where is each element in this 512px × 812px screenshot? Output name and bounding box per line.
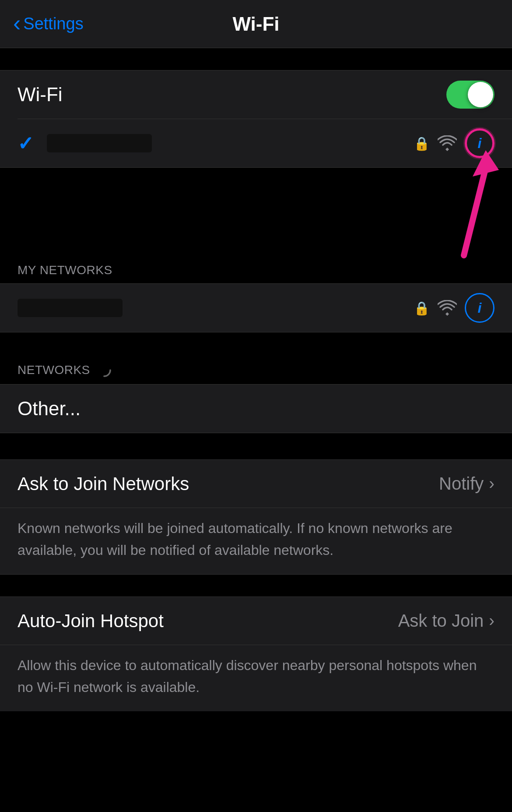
wifi-label: Wi-Fi	[18, 84, 63, 106]
arrow-annotation	[0, 168, 512, 255]
my-network-info-button[interactable]: i	[465, 293, 494, 323]
loading-spinner: @keyframes spin { from{transform:rotate(…	[96, 362, 112, 378]
middle-spacer	[0, 332, 512, 354]
my-network-name	[18, 299, 123, 317]
my-networks-header-text: MY NETWORKS	[18, 263, 112, 277]
bottom-spacer-1	[0, 433, 512, 459]
svg-marker-1	[473, 150, 499, 177]
page-title: Wi-Fi	[232, 13, 279, 35]
ask-join-label: Ask to Join Networks	[18, 473, 189, 494]
my-network-wifi-icon	[438, 300, 457, 316]
auto-join-row[interactable]: Auto-Join Hotspot Ask to Join ›	[0, 597, 512, 645]
auto-join-section: Auto-Join Hotspot Ask to Join › Allow th…	[0, 597, 512, 711]
ask-join-chevron: ›	[489, 474, 494, 493]
networks-section: Other...	[0, 384, 512, 433]
other-row[interactable]: Other...	[0, 385, 512, 433]
other-label: Other...	[18, 398, 81, 420]
pink-arrow-svg	[429, 141, 499, 264]
svg-point-2	[98, 364, 110, 376]
lock-icon: 🔒	[414, 136, 430, 151]
toggle-knob	[468, 82, 493, 107]
auto-join-chevron: ›	[489, 611, 494, 630]
auto-join-value: Ask to Join	[398, 611, 484, 631]
connected-network-name	[47, 134, 152, 152]
checkmark-icon: ✓	[18, 132, 34, 155]
my-network-lock-icon: 🔒	[414, 300, 430, 316]
svg-line-0	[464, 168, 486, 255]
auto-join-value-group: Ask to Join ›	[398, 611, 494, 631]
ask-join-section: Ask to Join Networks Notify › Known netw…	[0, 459, 512, 575]
my-network-info-icon: i	[478, 300, 482, 316]
ask-join-value: Notify	[439, 474, 484, 494]
ask-join-description-text: Known networks will be joined automatica…	[18, 520, 452, 558]
my-networks-section: 🔒 i	[0, 283, 512, 332]
chevron-left-icon: ‹	[13, 12, 21, 35]
networks-header: NETWORKS @keyframes spin { from{transfor…	[0, 354, 512, 384]
back-label: Settings	[23, 14, 83, 33]
bottom-spacer-2	[0, 575, 512, 597]
auto-join-description-text: Allow this device to automatically disco…	[18, 657, 477, 695]
auto-join-label: Auto-Join Hotspot	[18, 611, 164, 632]
ask-join-value-group: Notify ›	[439, 474, 494, 494]
my-network-icons: 🔒 i	[414, 293, 494, 323]
ask-join-row[interactable]: Ask to Join Networks Notify ›	[0, 460, 512, 508]
ask-join-description: Known networks will be joined automatica…	[0, 508, 512, 575]
wifi-toggle[interactable]	[446, 81, 494, 109]
my-network-row[interactable]: 🔒 i	[0, 284, 512, 332]
auto-join-description: Allow this device to automatically disco…	[0, 645, 512, 711]
nav-bar: ‹ Settings Wi-Fi	[0, 0, 512, 48]
top-spacer	[0, 48, 512, 70]
back-button[interactable]: ‹ Settings	[13, 14, 84, 35]
networks-header-text: NETWORKS	[18, 363, 90, 377]
wifi-toggle-row: Wi-Fi	[0, 71, 512, 119]
